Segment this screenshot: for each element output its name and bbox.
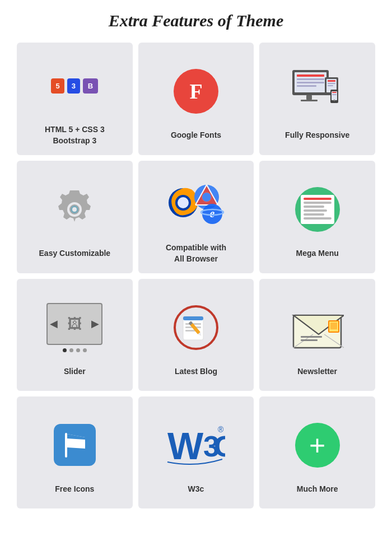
card-responsive: Fully Responsive xyxy=(259,43,375,155)
gear-icon xyxy=(49,184,100,235)
svg-rect-51 xyxy=(65,433,67,458)
card-w3c: W 3 C ® W3c xyxy=(138,396,254,508)
svg-point-18 xyxy=(333,100,335,101)
icon-area-html: 5 3 B xyxy=(44,55,105,116)
icon-area-newsletter xyxy=(287,297,348,358)
card-label-megamenu: Mega Menu xyxy=(296,248,339,259)
svg-rect-17 xyxy=(332,94,337,95)
svg-text:C: C xyxy=(214,430,225,463)
svg-rect-50 xyxy=(330,323,337,329)
card-label-slider: Slider xyxy=(64,366,86,377)
card-html-css-bootstrap: 5 3 B HTML 5 + CSS 3Bootstrap 3 xyxy=(17,43,133,155)
svg-rect-5 xyxy=(297,85,316,87)
megamenu-icon xyxy=(295,187,340,232)
html-badges: 5 3 B xyxy=(51,78,98,94)
flag-icon xyxy=(60,432,88,459)
svg-rect-12 xyxy=(328,85,333,86)
slider-dot-2 xyxy=(69,348,73,352)
svg-point-22 xyxy=(72,207,77,212)
card-much-more: + Much More xyxy=(259,396,375,508)
google-fonts-icon: F xyxy=(174,69,218,114)
card-megamenu: Mega Menu xyxy=(259,161,375,273)
svg-rect-2 xyxy=(297,74,324,77)
svg-point-25 xyxy=(178,197,189,208)
blog-icon xyxy=(171,302,221,353)
svg-rect-4 xyxy=(297,82,324,83)
icon-area-gf: F xyxy=(165,60,227,122)
svg-rect-48 xyxy=(301,339,318,341)
card-google-fonts: F Google Fonts xyxy=(138,43,254,155)
icon-area-slider: ◀ 🖼 ▶ xyxy=(44,297,105,358)
card-label-w3c: W3c xyxy=(188,484,204,495)
svg-rect-3 xyxy=(297,78,324,80)
mm-bar-2 xyxy=(304,206,325,208)
bootstrap-badge: B xyxy=(83,78,98,94)
flag-icon-wrap xyxy=(54,424,96,466)
slider-dot-1 xyxy=(63,348,67,352)
slider-dots xyxy=(63,348,87,352)
slider-box: ◀ 🖼 ▶ xyxy=(46,303,102,345)
page-title: Extra Features of Theme xyxy=(17,11,375,30)
svg-rect-34 xyxy=(183,316,203,320)
slider-right-arrow: ▶ xyxy=(91,318,99,330)
icon-area-responsive xyxy=(287,60,348,122)
card-label-blog: Latest Blog xyxy=(175,366,217,377)
card-label-html: HTML 5 + CSS 3Bootstrap 3 xyxy=(45,124,105,146)
card-label-browser: Compatible withAll Browser xyxy=(166,242,226,264)
mm-bar-5 xyxy=(304,217,332,220)
newsletter-icon xyxy=(291,305,344,350)
card-label-free-icons: Free Icons xyxy=(55,484,94,495)
svg-rect-10 xyxy=(328,80,335,82)
svg-point-28 xyxy=(202,193,211,202)
svg-rect-6 xyxy=(306,95,312,100)
browser-icons: e xyxy=(166,181,225,226)
plus-icon: + xyxy=(295,423,340,468)
mm-bar-1 xyxy=(304,202,332,204)
card-customizable: Easy Customizable xyxy=(17,161,133,273)
mm-bar-3 xyxy=(304,209,328,212)
card-free-icons: Free Icons xyxy=(17,396,133,508)
megamenu-inner xyxy=(301,195,334,224)
svg-rect-47 xyxy=(301,336,322,338)
card-browser: e Compatible withAll Browser xyxy=(138,161,254,273)
card-slider: ◀ 🖼 ▶ Slider xyxy=(17,279,133,391)
css3-badge: 3 xyxy=(67,78,80,94)
card-blog: Latest Blog xyxy=(138,279,254,391)
icon-area-browser: e xyxy=(165,173,227,235)
svg-rect-11 xyxy=(328,83,335,84)
slider-dot-3 xyxy=(76,348,80,352)
card-label-much-more: Much More xyxy=(297,484,338,495)
icon-area-plus: + xyxy=(287,414,348,476)
card-newsletter: Newsletter xyxy=(259,279,375,391)
card-label-responsive: Fully Responsive xyxy=(285,130,349,141)
card-label-gf: Google Fonts xyxy=(171,130,221,141)
slider-arrows: ◀ 🖼 ▶ xyxy=(48,315,101,333)
card-label-customizable: Easy Customizable xyxy=(39,248,111,259)
slider-left-arrow: ◀ xyxy=(50,318,58,330)
html5-badge: 5 xyxy=(51,78,64,94)
svg-text:®: ® xyxy=(218,426,224,434)
icon-area-w3c: W 3 C ® xyxy=(165,414,227,476)
slider-icon-wrap: ◀ 🖼 ▶ xyxy=(46,303,102,352)
icon-area-flag xyxy=(44,414,105,476)
svg-rect-16 xyxy=(332,92,337,93)
w3c-icon: W 3 C ® xyxy=(166,426,225,465)
slider-image-icon: 🖼 xyxy=(67,315,82,333)
card-label-newsletter: Newsletter xyxy=(297,366,337,377)
icon-area-megamenu xyxy=(287,179,348,240)
svg-rect-7 xyxy=(301,100,318,101)
mm-bar-red xyxy=(304,198,332,200)
icon-area-blog xyxy=(165,297,227,358)
features-grid: 5 3 B HTML 5 + CSS 3Bootstrap 3 F Google… xyxy=(17,43,375,508)
icon-area-gear xyxy=(44,179,105,240)
slider-dot-4 xyxy=(83,348,87,352)
mm-bar-4 xyxy=(304,213,325,216)
svg-text:W: W xyxy=(167,426,204,465)
responsive-icon xyxy=(287,67,348,115)
